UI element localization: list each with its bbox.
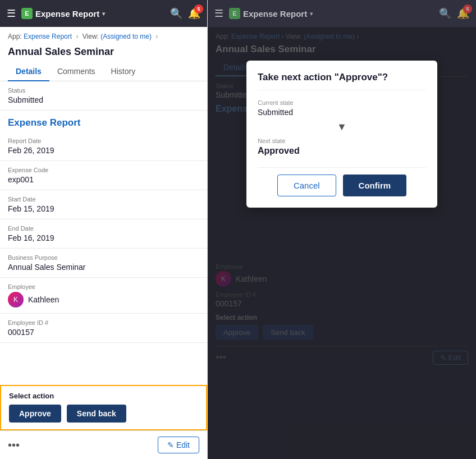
send-back-button[interactable]: Send back bbox=[67, 405, 126, 423]
business-purpose-field: Business Purpose Annual Sales Seminar bbox=[0, 249, 207, 278]
modal-dialog: Take next action "Approve"? Current stat… bbox=[246, 61, 437, 208]
expense-code-value: exp001 bbox=[8, 175, 199, 184]
right-content: App: Expense Report › View: (Assigned to… bbox=[208, 27, 476, 459]
right-app-name: Expense Report bbox=[243, 9, 307, 19]
breadcrumb-sep2: › bbox=[155, 33, 158, 40]
notification-badge: 5 bbox=[194, 4, 203, 13]
edit-icon: ✎ bbox=[167, 440, 174, 449]
report-date-label: Report Date bbox=[8, 137, 199, 144]
avatar: K bbox=[8, 292, 24, 307]
hamburger-icon[interactable]: ☰ bbox=[7, 7, 16, 20]
tab-comments[interactable]: Comments bbox=[49, 62, 103, 81]
report-date-field: Report Date Feb 26, 2019 bbox=[0, 132, 207, 161]
right-app-logo: E Expense Report ▾ bbox=[229, 8, 313, 19]
confirm-button[interactable]: Confirm bbox=[343, 175, 407, 196]
modal-buttons: Cancel Confirm bbox=[258, 167, 426, 196]
tab-details[interactable]: Details bbox=[8, 62, 49, 81]
status-value: Submitted bbox=[8, 95, 199, 104]
start-date-value: Feb 15, 2019 bbox=[8, 204, 199, 213]
status-field: Status Submitted bbox=[0, 81, 207, 111]
employee-value: Kathleen bbox=[28, 295, 59, 304]
breadcrumb-app-link[interactable]: Expense Report bbox=[24, 33, 72, 40]
end-date-label: End Date bbox=[8, 225, 199, 232]
tab-bar: Details Comments History bbox=[0, 62, 207, 81]
modal-down-arrow-icon: ▼ bbox=[258, 121, 426, 133]
modal-overlay: Take next action "Approve"? Current stat… bbox=[208, 27, 476, 459]
section-title: Expense Report bbox=[0, 111, 207, 132]
search-icon[interactable]: 🔍 bbox=[170, 7, 182, 20]
right-panel: ☰ E Expense Report ▾ 🔍 🔔 5 App: Expense … bbox=[208, 0, 476, 459]
business-purpose-value: Annual Sales Seminar bbox=[8, 263, 199, 272]
end-date-field: End Date Feb 16, 2019 bbox=[0, 219, 207, 249]
tab-history[interactable]: History bbox=[103, 62, 144, 81]
employee-row: K Kathleen bbox=[8, 292, 199, 307]
modal-current-state-label: Current state bbox=[258, 99, 426, 106]
business-purpose-label: Business Purpose bbox=[8, 254, 199, 261]
select-action-bar: Select action Approve Send back bbox=[0, 385, 207, 430]
right-app-logo-icon: E bbox=[229, 8, 240, 19]
app-logo-icon: E bbox=[21, 8, 33, 19]
start-date-field: Start Date Feb 15, 2019 bbox=[0, 190, 207, 219]
action-buttons: Approve Send back bbox=[9, 405, 198, 423]
left-content-area: Annual Sales Seminar Details Comments Hi… bbox=[0, 44, 207, 385]
modal-next-state-label: Next state bbox=[258, 137, 426, 144]
employee-id-value: 000157 bbox=[8, 328, 199, 337]
more-options-icon[interactable]: ••• bbox=[8, 439, 20, 452]
app-name-left: Expense Report bbox=[35, 9, 99, 19]
status-label: Status bbox=[8, 87, 199, 94]
record-title: Annual Sales Seminar bbox=[0, 44, 207, 62]
expense-code-label: Expense Code bbox=[8, 167, 199, 173]
right-notification: 🔔 5 bbox=[457, 7, 469, 20]
employee-id-label: Employee ID # bbox=[8, 319, 199, 326]
cancel-button[interactable]: Cancel bbox=[277, 175, 336, 196]
notification-bell[interactable]: 🔔 5 bbox=[188, 7, 200, 20]
employee-label: Employee bbox=[8, 283, 199, 290]
breadcrumb-view-label: View: bbox=[83, 33, 99, 40]
breadcrumb-sep1: › bbox=[76, 33, 78, 40]
right-notification-badge: 5 bbox=[463, 4, 472, 13]
app-logo: E Expense Report ▾ bbox=[21, 8, 105, 19]
right-search-icon: 🔍 bbox=[439, 7, 451, 20]
bottom-bar: ••• ✎ Edit bbox=[0, 430, 207, 459]
start-date-label: Start Date bbox=[8, 196, 199, 203]
edit-button[interactable]: ✎ Edit bbox=[158, 437, 199, 453]
employee-id-field: Employee ID # 000157 bbox=[0, 314, 207, 343]
right-hamburger-icon: ☰ bbox=[214, 7, 223, 20]
modal-title: Take next action "Approve"? bbox=[258, 72, 426, 90]
modal-next-state-value: Approved bbox=[258, 146, 426, 156]
breadcrumb: App: Expense Report › View: (Assigned to… bbox=[0, 27, 207, 44]
left-nav-bar: ☰ E Expense Report ▾ 🔍 🔔 5 bbox=[0, 0, 207, 27]
expense-code-field: Expense Code exp001 bbox=[0, 161, 207, 190]
right-nav-bar: ☰ E Expense Report ▾ 🔍 🔔 5 bbox=[208, 0, 476, 27]
end-date-value: Feb 16, 2019 bbox=[8, 233, 199, 242]
edit-label: Edit bbox=[176, 440, 190, 449]
left-panel: ☰ E Expense Report ▾ 🔍 🔔 5 App: Expense … bbox=[0, 0, 208, 459]
dropdown-arrow-icon[interactable]: ▾ bbox=[102, 11, 105, 17]
approve-button[interactable]: Approve bbox=[9, 405, 61, 423]
employee-field: Employee K Kathleen bbox=[0, 278, 207, 314]
report-date-value: Feb 26, 2019 bbox=[8, 146, 199, 155]
right-dropdown-arrow: ▾ bbox=[310, 11, 313, 17]
modal-current-state-value: Submitted bbox=[258, 108, 426, 117]
breadcrumb-view-link[interactable]: (Assigned to me) bbox=[100, 33, 152, 40]
select-action-label: Select action bbox=[9, 392, 198, 400]
breadcrumb-app-label: App: bbox=[8, 33, 22, 40]
